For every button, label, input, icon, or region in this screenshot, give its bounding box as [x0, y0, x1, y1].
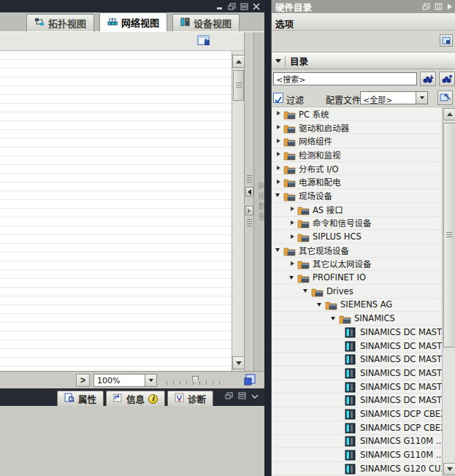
profile-select[interactable]: <全部> — [360, 91, 428, 104]
collapse-icon[interactable] — [275, 246, 283, 254]
catalog-section-header[interactable]: 目录 — [272, 53, 455, 69]
close-icon[interactable] — [253, 3, 260, 10]
view-tab-bar: 拓扑视图 网络视图 设备视图 — [0, 12, 264, 32]
search-up-icon[interactable] — [439, 72, 455, 86]
tree-item[interactable]: SINAMICS DCP CBE2... — [272, 407, 442, 421]
tab-label: 属性 — [78, 392, 96, 406]
list-icon[interactable] — [238, 388, 246, 402]
scrollbar-thumb[interactable] — [233, 70, 244, 101]
tree-item[interactable]: 网络组件 — [272, 134, 442, 148]
tab-properties[interactable]: 属性 — [57, 391, 104, 406]
collapse-icon[interactable] — [316, 301, 324, 309]
float-icon[interactable] — [225, 388, 233, 402]
catalog-scrollbar[interactable] — [442, 107, 455, 476]
fit-to-view-icon[interactable] — [244, 373, 259, 388]
expand-overview-button[interactable]: > — [76, 374, 90, 387]
expand-icon[interactable] — [288, 233, 297, 241]
collapse-icon[interactable] — [302, 287, 310, 295]
embed-icon[interactable] — [240, 3, 248, 10]
pane-divider[interactable] — [264, 0, 271, 476]
tab-diagnostics[interactable]: 诊断 — [167, 391, 213, 406]
search-down-icon[interactable] — [420, 72, 436, 86]
tree-item[interactable]: SIPLUS HCS — [272, 230, 442, 244]
tree-item[interactable]: SINAMICS G120 CU2... — [272, 462, 442, 476]
chevron-down-icon[interactable] — [251, 388, 259, 402]
collapse-icon[interactable] — [330, 315, 338, 323]
expand-icon[interactable] — [288, 219, 297, 227]
catalog-info-icon[interactable] — [437, 91, 453, 105]
options-label: 选项 — [275, 19, 294, 30]
tree-item[interactable]: SINAMICS DC MASTE... — [272, 326, 442, 339]
palette-mode-icon[interactable] — [440, 34, 453, 47]
tree-item[interactable]: SINAMICS DC MASTE... — [272, 366, 442, 380]
tree-item[interactable]: SINAMICS DC MASTE... — [272, 339, 442, 353]
tree-item-label: 驱动和启动器 — [296, 122, 349, 134]
network-canvas[interactable] — [0, 51, 232, 371]
float-icon[interactable] — [228, 3, 236, 10]
tree-item-label: SINAMICS DC MASTE... — [357, 368, 442, 378]
tree-item[interactable]: SINAMICS — [272, 312, 442, 326]
catalog-search-row — [272, 69, 455, 88]
zoom-slider[interactable] — [167, 377, 223, 385]
tree-item-label: 网络组件 — [296, 135, 332, 147]
expand-right-icon[interactable] — [245, 206, 253, 215]
tree-item[interactable]: 其它以太网设备 — [272, 258, 442, 272]
tree-item[interactable]: 驱动和启动器 — [272, 121, 442, 135]
chevron-down-icon[interactable] — [145, 375, 156, 386]
tree-item[interactable]: SINAMICS G110M ... — [272, 448, 442, 462]
expand-icon[interactable] — [288, 260, 297, 268]
tree-item[interactable]: 现场设备 — [272, 189, 442, 203]
collapse-right-icon[interactable] — [447, 1, 453, 12]
tree-item[interactable]: 检测和监视 — [272, 148, 442, 162]
expand-icon[interactable] — [275, 164, 283, 172]
expand-icon[interactable] — [275, 178, 283, 186]
tree-item[interactable]: SINAMICS G110M ... — [272, 435, 442, 449]
tree-item[interactable]: SIEMENS AG — [272, 299, 442, 312]
filter-checkbox[interactable] — [273, 93, 283, 103]
canvas-vertical-scrollbar[interactable] — [232, 51, 244, 371]
tab-network-view[interactable]: 网络视图 — [99, 12, 167, 31]
zoom-select[interactable]: 100% — [93, 374, 157, 387]
tree-item[interactable]: 分布式 I/O — [272, 162, 442, 176]
tree-item[interactable]: PROFINET IO — [272, 271, 442, 285]
catalog-tree: PC 系统驱动和启动器网络组件检测和监视分布式 I/O电源和配电现场设备AS 接… — [272, 107, 442, 476]
tree-item-label: SINAMICS DC MASTE... — [357, 354, 442, 364]
tree-item[interactable]: AS 接口 — [272, 203, 442, 217]
expand-icon[interactable] — [275, 123, 283, 131]
separator — [285, 55, 286, 66]
options-section-header[interactable]: 选项 — [272, 15, 455, 31]
tab-info[interactable]: 信息 i — [106, 391, 165, 406]
float-icon[interactable] — [422, 1, 430, 12]
tree-item[interactable]: 其它现场设备 — [272, 244, 442, 258]
expand-icon[interactable] — [288, 205, 297, 213]
expand-icon[interactable] — [275, 110, 283, 118]
chevron-down-icon[interactable] — [416, 92, 427, 104]
tree-item[interactable]: SINAMICS DC MASTE... — [272, 380, 442, 394]
expand-icon[interactable] — [275, 150, 283, 158]
collapse-icon[interactable] — [275, 191, 283, 199]
scroll-up-icon[interactable] — [232, 55, 245, 68]
tree-item[interactable]: 电源和配电 — [272, 175, 442, 189]
tree-item[interactable]: PC 系统 — [272, 107, 442, 121]
collapse-left-icon[interactable] — [245, 187, 253, 196]
pane-splitter[interactable] — [244, 32, 254, 371]
minimize-icon[interactable] — [216, 3, 223, 10]
scroll-down-icon[interactable] — [443, 463, 455, 475]
scroll-down-icon[interactable] — [232, 356, 245, 369]
diagnostics-icon — [175, 393, 184, 404]
expand-icon[interactable] — [275, 137, 283, 145]
tree-item[interactable]: SINAMICS DC MASTE... — [272, 353, 442, 366]
tree-item[interactable]: SINAMICS DCP CBE2... — [272, 421, 442, 435]
scrollbar-thumb[interactable] — [443, 123, 455, 348]
search-input[interactable] — [273, 72, 417, 85]
split-panel-icon[interactable] — [435, 1, 443, 12]
tab-device-view[interactable]: 设备视图 — [172, 14, 240, 31]
chevron-down-icon[interactable] — [275, 59, 281, 63]
collapse-icon[interactable] — [288, 274, 297, 282]
tree-item[interactable]: SINAMICS DC MASTE... — [272, 394, 442, 407]
tab-topology-view[interactable]: 拓扑视图 — [26, 14, 94, 31]
relations-icon[interactable] — [197, 34, 212, 50]
scroll-up-icon[interactable] — [443, 108, 455, 120]
tree-item[interactable]: Drives — [272, 285, 442, 299]
tree-item[interactable]: 命令和信号设备 — [272, 217, 442, 231]
